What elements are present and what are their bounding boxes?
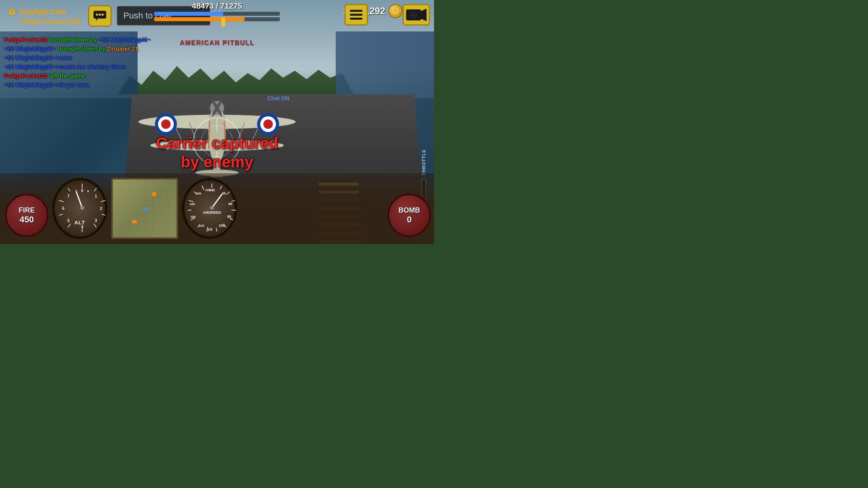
carrier-stripe <box>319 183 367 244</box>
svg-point-32 <box>101 14 103 16</box>
svg-point-31 <box>99 14 101 16</box>
svg-point-12 <box>263 119 273 129</box>
menu-line-3 <box>350 18 362 20</box>
chat-icon <box>93 10 107 22</box>
camera-button[interactable] <box>403 4 430 26</box>
svg-point-22 <box>215 139 219 143</box>
menu-line-2 <box>350 14 362 16</box>
camera-icon <box>405 6 427 24</box>
menu-line-1 <box>350 10 362 12</box>
fire-button[interactable]: FIRE 450 <box>5 194 48 237</box>
bomb-count: 0 <box>407 215 412 225</box>
svg-point-39 <box>412 14 415 16</box>
fire-count: 450 <box>20 215 34 225</box>
push-to-chat-button[interactable]: Push to chat <box>116 6 211 26</box>
crosshair <box>191 116 243 167</box>
svg-point-9 <box>161 119 171 129</box>
chat-button[interactable] <box>88 5 112 27</box>
svg-marker-33 <box>96 18 97 20</box>
menu-button[interactable] <box>344 4 368 26</box>
push-to-chat-label: Push to chat <box>123 11 171 21</box>
svg-point-14 <box>195 170 239 176</box>
svg-marker-40 <box>421 9 427 21</box>
fire-label: FIRE <box>18 206 35 215</box>
bomb-button[interactable]: BOMB 0 <box>388 194 431 237</box>
svg-point-30 <box>96 14 98 16</box>
bomb-label: BOMB <box>399 206 420 215</box>
